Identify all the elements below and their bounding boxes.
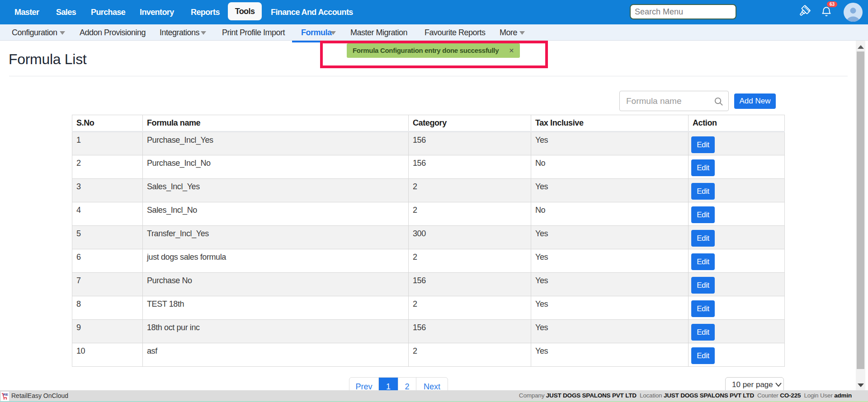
svg-text:RE: RE	[3, 393, 9, 397]
